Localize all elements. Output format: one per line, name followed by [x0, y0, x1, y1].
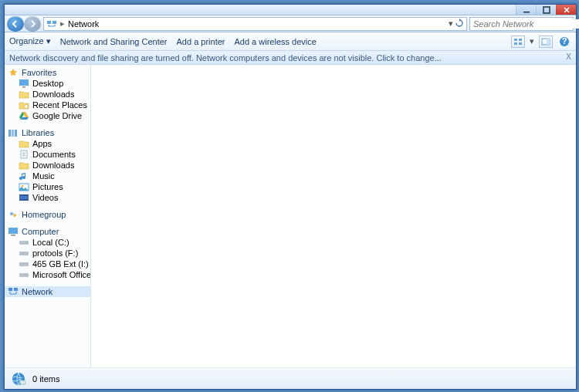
- sidebar-item-apps[interactable]: Apps: [5, 138, 90, 149]
- drive-icon: [19, 270, 29, 279]
- group-label: Favorites: [22, 68, 56, 77]
- item-label: protools (F:): [32, 248, 78, 258]
- item-label: Downloads: [32, 90, 74, 99]
- sidebar-item-videos[interactable]: Videos: [5, 192, 90, 203]
- star-icon: [8, 68, 19, 77]
- sidebar-item-pictures[interactable]: Pictures: [5, 181, 90, 192]
- address-bar: ▸ Network ▾: [5, 15, 576, 32]
- body: Favorites Desktop Downloads Recent Place…: [5, 65, 576, 367]
- computer-group[interactable]: Computer: [5, 226, 90, 237]
- item-label: Google Drive: [32, 111, 82, 120]
- network-icon: [46, 19, 57, 29]
- breadcrumb[interactable]: ▸ Network ▾: [43, 17, 467, 31]
- organize-menu[interactable]: Organize ▾: [9, 36, 51, 46]
- svg-rect-32: [19, 262, 29, 266]
- svg-rect-37: [20, 380, 25, 384]
- homegroup-group[interactable]: Homegroup: [5, 209, 90, 220]
- sidebar-item-music[interactable]: Music: [5, 171, 90, 181]
- notification-close-button[interactable]: X: [566, 52, 571, 61]
- svg-rect-31: [19, 252, 29, 255]
- svg-rect-33: [19, 273, 29, 277]
- chevron-down-icon[interactable]: ▾: [449, 19, 453, 29]
- notification-bar[interactable]: Network discovery and file sharing are t…: [5, 51, 576, 65]
- svg-rect-18: [15, 130, 17, 137]
- toolbar: Organize ▾ Network and Sharing Center Ad…: [5, 32, 576, 51]
- status-text: 0 items: [32, 374, 59, 384]
- sidebar-item-recent[interactable]: Recent Places: [5, 100, 90, 110]
- item-label: Local (C:): [32, 238, 69, 247]
- libraries-group[interactable]: Libraries: [5, 127, 90, 138]
- back-button[interactable]: [7, 16, 24, 32]
- svg-point-15: [25, 105, 29, 109]
- svg-rect-1: [543, 7, 550, 13]
- svg-rect-17: [12, 130, 14, 137]
- svg-rect-34: [8, 288, 12, 291]
- refresh-icon[interactable]: [455, 19, 464, 29]
- item-label: Desktop: [32, 79, 63, 88]
- titlebar: [5, 5, 576, 15]
- network-group[interactable]: Network: [5, 286, 90, 297]
- search-input[interactable]: [473, 19, 579, 29]
- sidebar-item-desktop[interactable]: Desktop: [5, 78, 90, 89]
- videos-icon: [19, 193, 29, 202]
- drive-icon: [19, 238, 29, 247]
- recent-icon: [19, 100, 29, 110]
- item-label: Apps: [32, 139, 52, 148]
- forward-button[interactable]: [24, 16, 41, 32]
- help-button[interactable]: ?: [557, 35, 571, 48]
- svg-rect-5: [514, 39, 517, 41]
- svg-rect-27: [8, 228, 18, 234]
- view-options-button[interactable]: [511, 35, 525, 48]
- computer-icon: [8, 227, 19, 236]
- chevron-down-icon[interactable]: ▾: [530, 36, 534, 46]
- sidebar-item-ext-i[interactable]: 465 GB Ext (I:): [5, 259, 90, 269]
- group-label: Libraries: [22, 128, 54, 137]
- item-label: Recent Places: [32, 100, 87, 110]
- close-button[interactable]: [556, 5, 576, 15]
- libraries-icon: [8, 128, 19, 137]
- item-label: Pictures: [32, 182, 63, 191]
- svg-point-30: [26, 242, 28, 244]
- svg-point-21: [22, 185, 24, 188]
- drive-icon: [19, 248, 29, 258]
- svg-rect-28: [11, 235, 15, 236]
- navigation-pane: Favorites Desktop Downloads Recent Place…: [5, 65, 91, 367]
- favorites-group[interactable]: Favorites: [5, 67, 90, 78]
- maximize-button[interactable]: [536, 5, 556, 15]
- svg-text:?: ?: [562, 36, 567, 46]
- sidebar-item-protools-f[interactable]: protools (F:): [5, 248, 90, 259]
- svg-rect-24: [19, 200, 29, 201]
- svg-point-25: [10, 212, 13, 215]
- search-box[interactable]: [469, 17, 574, 31]
- sidebar-item-gdrive[interactable]: Google Drive: [5, 110, 90, 121]
- desktop-icon: [19, 79, 29, 88]
- music-icon: [19, 171, 29, 181]
- item-label: Downloads: [32, 161, 74, 170]
- drive-icon: [19, 259, 29, 269]
- folder-icon: [19, 161, 29, 170]
- svg-rect-13: [19, 79, 29, 86]
- sidebar-item-documents[interactable]: Documents: [5, 149, 90, 160]
- add-printer-link[interactable]: Add a printer: [177, 37, 225, 46]
- item-label: 465 GB Ext (I:): [32, 259, 89, 269]
- svg-rect-2: [47, 21, 51, 24]
- status-bar: 0 items: [5, 367, 576, 389]
- group-label: Network: [22, 287, 52, 296]
- sidebar-item-local-c[interactable]: Local (C:): [5, 237, 90, 248]
- breadcrumb-separator: ▸: [60, 19, 65, 29]
- homegroup-icon: [8, 210, 19, 219]
- svg-rect-23: [19, 194, 29, 196]
- sidebar-item-downloads[interactable]: Downloads: [5, 89, 90, 100]
- minimize-button[interactable]: [516, 5, 536, 15]
- preview-pane-button[interactable]: [539, 35, 553, 48]
- svg-point-26: [13, 214, 16, 217]
- item-label: Music: [32, 171, 55, 181]
- folder-icon: [19, 139, 29, 148]
- sidebar-item-office[interactable]: Microsoft Office Click-to-R: [5, 269, 90, 280]
- svg-rect-3: [52, 21, 56, 24]
- svg-rect-8: [519, 42, 522, 45]
- sidebar-item-downloads2[interactable]: Downloads: [5, 160, 90, 171]
- network-sharing-center-link[interactable]: Network and Sharing Center: [60, 37, 168, 46]
- add-wireless-link[interactable]: Add a wireless device: [234, 37, 316, 46]
- explorer-window: ▸ Network ▾ Organize ▾ Network and Shari…: [4, 4, 577, 390]
